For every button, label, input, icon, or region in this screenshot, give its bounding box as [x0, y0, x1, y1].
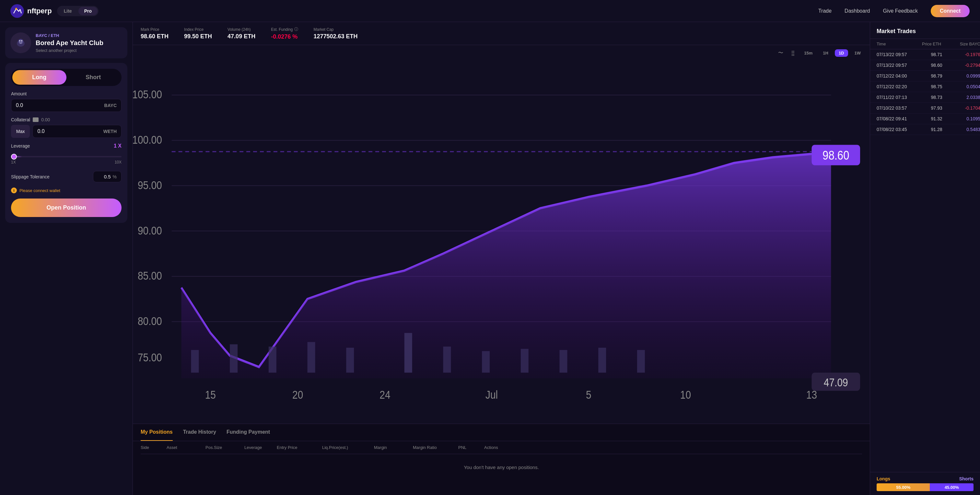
collateral-label: Collateral [11, 117, 30, 122]
max-button[interactable]: Max [11, 125, 30, 138]
collateral-suffix: WETH [103, 129, 117, 134]
chart-line-icon-btn[interactable]: 〜 [775, 48, 786, 58]
th-pos-size: Pos.Size [205, 445, 244, 450]
nav-give-feedback[interactable]: Give Feedback [883, 8, 918, 14]
shorts-label: Shorts [959, 476, 974, 481]
slider-labels: 1X 10X [11, 160, 121, 164]
svg-text:85.00: 85.00 [138, 270, 162, 282]
lite-mode-button[interactable]: Lite [58, 7, 78, 15]
wallet-icon [33, 117, 38, 122]
mark-price-label: Mark Price [141, 27, 169, 32]
slippage-input[interactable] [98, 174, 111, 179]
trade-list-item: 07/13/22 09:57 98.60 -0.2794 [870, 60, 980, 71]
collateral-input-row: Max WETH [11, 125, 121, 138]
bottom-section: My Positions Trade History Funding Payme… [133, 424, 870, 495]
leverage-slider[interactable] [11, 156, 121, 157]
price-bar: Mark Price 98.60 ETH Index Price 99.50 E… [133, 22, 870, 45]
shorts-bar: 45.00% [930, 483, 974, 491]
trade-size: -0.2794 [951, 62, 980, 68]
header-left: nftperp Lite Pro [10, 4, 99, 18]
th-liq-price: Liq.Price(est.) [322, 445, 374, 450]
svg-rect-31 [637, 350, 645, 373]
short-button[interactable]: Short [67, 70, 121, 85]
bottom-table: Side Asset Pos.Size Leverage Entry Price… [133, 441, 870, 481]
market-trades-title: Market Trades [870, 22, 980, 39]
svg-rect-24 [346, 348, 354, 373]
trade-price: 98.60 [922, 62, 951, 68]
trade-price: 97.93 [922, 105, 951, 110]
table-header: Side Asset Pos.Size Leverage Entry Price… [141, 441, 862, 454]
collateral-group: Collateral 0.00 Max WETH [11, 117, 121, 138]
long-button[interactable]: Long [12, 70, 67, 85]
right-panel: Market Trades Time Price ETH Size BAYC 0… [870, 22, 980, 495]
pro-mode-button[interactable]: Pro [78, 7, 97, 15]
select-another-link[interactable]: Select another project [36, 48, 103, 53]
leverage-row: Leverage 1 X [11, 143, 121, 149]
connect-button[interactable]: Connect [931, 5, 970, 17]
trade-price: 91.28 [922, 127, 951, 132]
nav-trade[interactable]: Trade [818, 8, 832, 14]
chart-svg-wrap: 105.00 100.00 95.00 90.00 85.00 80.00 75… [133, 61, 870, 424]
svg-rect-28 [521, 349, 528, 372]
long-short-toggle: Long Short [11, 69, 121, 86]
tab-trade-history[interactable]: Trade History [183, 424, 216, 441]
svg-rect-25 [404, 333, 412, 373]
amount-input-row: BAYC [11, 99, 121, 112]
trade-time: 07/13/22 09:57 [877, 52, 922, 57]
chart-controls: 〜 ⣿ 15m 1H 1D 1W [133, 45, 870, 61]
svg-point-0 [10, 4, 24, 18]
trade-time: 07/12/22 04:00 [877, 73, 922, 78]
svg-text:24: 24 [380, 389, 390, 401]
col-price: Price ETH [922, 42, 951, 46]
amount-input[interactable] [16, 102, 104, 109]
timeframe-1d[interactable]: 1D [835, 49, 848, 57]
tab-funding-payment[interactable]: Funding Payment [226, 424, 270, 441]
trade-list-item: 07/08/22 03:45 91.28 0.5483 [870, 124, 980, 135]
open-position-button[interactable]: Open Position [11, 198, 121, 217]
mode-toggle: Lite Pro [57, 6, 99, 16]
leverage-group: Leverage 1 X 1X 10X [11, 143, 121, 166]
svg-point-6 [21, 40, 22, 42]
main-layout: BAYC / ETH Bored Ape Yacht Club Select a… [0, 22, 980, 495]
bottom-tabs: My Positions Trade History Funding Payme… [133, 424, 870, 441]
timeframe-15m[interactable]: 15m [800, 49, 816, 57]
svg-text:Jul: Jul [485, 389, 498, 401]
volume-item: Volume (24h) 47.09 ETH [228, 27, 255, 40]
collateral-input[interactable] [37, 128, 103, 134]
svg-text:100.00: 100.00 [133, 134, 162, 146]
trade-price: 98.73 [922, 95, 951, 100]
trade-price: 91.32 [922, 116, 951, 121]
svg-rect-22 [269, 346, 277, 372]
est-funding-item: Est. Funding ⓘ -0.0276 % [271, 27, 298, 40]
svg-text:105.00: 105.00 [133, 88, 162, 101]
svg-rect-29 [560, 350, 568, 373]
slippage-input-wrap: % [93, 171, 121, 182]
trade-time: 07/10/22 03:57 [877, 105, 922, 110]
collateral-field: WETH [32, 125, 121, 138]
svg-text:15: 15 [205, 389, 216, 401]
svg-rect-27 [482, 351, 490, 372]
trade-size: 0.0504 [951, 84, 980, 89]
price-chart-svg: 105.00 100.00 95.00 90.00 85.00 80.00 75… [133, 61, 870, 424]
collateral-label-row: Collateral 0.00 [11, 117, 121, 122]
tab-my-positions[interactable]: My Positions [141, 424, 173, 441]
trade-price: 98.71 [922, 52, 951, 57]
left-panel: BAYC / ETH Bored Ape Yacht Club Select a… [0, 22, 133, 495]
market-cap-item: Market Cap 1277502.63 ETH [314, 27, 358, 40]
timeframe-1h[interactable]: 1H [819, 49, 832, 57]
est-funding-value: -0.0276 % [271, 34, 298, 40]
svg-text:47.09: 47.09 [824, 376, 848, 389]
est-funding-info-icon: ⓘ [294, 27, 298, 32]
nav-dashboard[interactable]: Dashboard [845, 8, 870, 14]
info-icon: i [11, 187, 17, 193]
svg-rect-21 [230, 344, 237, 372]
svg-point-1 [15, 8, 17, 10]
empty-positions-message: You don't have any open positions. [141, 454, 862, 481]
chart-candle-icon-btn[interactable]: ⣿ [789, 49, 797, 57]
svg-text:20: 20 [292, 389, 303, 401]
market-cap-value: 1277502.63 ETH [314, 33, 358, 40]
leverage-min: 1X [11, 160, 16, 164]
th-actions: Actions [484, 445, 517, 450]
timeframe-1w[interactable]: 1W [851, 49, 865, 57]
slippage-pct: % [113, 174, 117, 179]
